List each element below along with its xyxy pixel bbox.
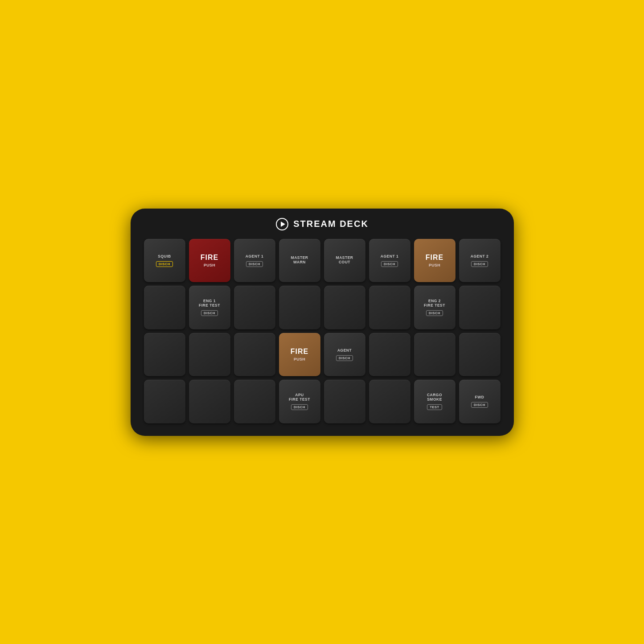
btn-badge-r1c6: DISCH: [426, 310, 443, 316]
btn-top-r0c5: AGENT 1: [381, 254, 398, 258]
button-r1c6[interactable]: ENG 2FIRE TESTDISCH: [414, 286, 455, 329]
button-r2c2: [234, 333, 275, 377]
button-r0c1[interactable]: FIRE PUSH: [189, 239, 230, 283]
btn-badge-r2c4: DISCH: [336, 355, 353, 361]
svg-marker-1: [281, 222, 285, 227]
btn-top-r3c7: FWD: [475, 395, 484, 399]
button-r3c0: [144, 380, 185, 423]
button-r3c2: [234, 380, 275, 423]
btn-top-r0c6: FIRE: [426, 253, 443, 262]
btn-sub-r0c1: PUSH: [204, 263, 215, 267]
button-r1c3: [279, 286, 320, 329]
btn-sub-r0c6: PUSH: [429, 263, 440, 267]
button-r2c3[interactable]: FIRE PUSH: [279, 333, 320, 377]
btn-top-r0c2: AGENT 1: [246, 254, 263, 258]
btn-top-r3c3: APUFIRE TEST: [289, 393, 310, 402]
btn-badge-r3c3: DISCH: [291, 404, 308, 410]
button-r1c5: [369, 286, 410, 329]
button-r2c7: [459, 333, 500, 377]
button-r1c0: [144, 286, 185, 329]
btn-badge-r0c5: DISCH: [381, 261, 398, 267]
button-r2c0: [144, 333, 185, 377]
button-r3c1: [189, 380, 230, 423]
button-r0c6[interactable]: FIRE PUSH: [414, 239, 455, 283]
btn-top-r0c4: MASTERCOUT: [336, 255, 353, 264]
button-r1c2: [234, 286, 275, 329]
btn-top-r0c7: AGENT 2: [471, 254, 488, 258]
btn-badge-r0c0: DISCH: [156, 261, 173, 267]
btn-top-r0c0: SQUIB: [158, 254, 171, 258]
button-r2c1: [189, 333, 230, 377]
button-r1c1[interactable]: ENG 1FIRE TESTDISCH: [189, 286, 230, 329]
btn-badge-r1c1: DISCH: [201, 310, 218, 316]
stream-deck-panel: STREAM DECK SQUIBDISCH FIRE PUSH AGENT 1…: [131, 209, 514, 436]
button-r1c4: [324, 286, 365, 329]
deck-title: STREAM DECK: [293, 219, 369, 229]
btn-sub-r2c3: PUSH: [294, 357, 305, 361]
btn-badge-r0c2: DISCH: [246, 261, 263, 267]
btn-top-r0c3: MASTERWARN: [291, 255, 308, 264]
btn-top-r2c3: FIRE: [291, 347, 308, 356]
btn-badge-r3c6: TEST: [427, 404, 442, 410]
btn-top-r0c1: FIRE: [201, 253, 218, 262]
button-r3c3[interactable]: APUFIRE TESTDISCH: [279, 380, 320, 423]
button-r3c4: [324, 380, 365, 423]
btn-badge-r0c7: DISCH: [471, 261, 488, 267]
button-r2c6: [414, 333, 455, 377]
button-r2c4[interactable]: AGENTDISCH: [324, 333, 365, 377]
button-r0c2[interactable]: AGENT 1DISCH: [234, 239, 275, 283]
button-r0c0[interactable]: SQUIBDISCH: [144, 239, 185, 283]
button-grid: SQUIBDISCH FIRE PUSH AGENT 1DISCHMASTERW…: [144, 239, 500, 423]
button-r0c7[interactable]: AGENT 2DISCH: [459, 239, 500, 283]
deck-header: STREAM DECK: [275, 217, 369, 231]
btn-top-r1c6: ENG 2FIRE TEST: [424, 299, 445, 308]
button-r1c7: [459, 286, 500, 329]
button-r3c5: [369, 380, 410, 423]
button-r3c7[interactable]: FWDDISCH: [459, 380, 500, 423]
button-r0c4[interactable]: MASTERCOUT: [324, 239, 365, 283]
btn-top-r1c1: ENG 1FIRE TEST: [199, 299, 220, 308]
btn-badge-r3c7: DISCH: [471, 402, 488, 408]
btn-top-r2c4: AGENT: [337, 348, 352, 353]
btn-top-r3c6: CARGOSMOKE: [427, 393, 442, 402]
stream-deck-logo: [275, 217, 289, 231]
button-r0c3[interactable]: MASTERWARN: [279, 239, 320, 283]
button-r2c5: [369, 333, 410, 377]
button-r0c5[interactable]: AGENT 1DISCH: [369, 239, 410, 283]
button-r3c6[interactable]: CARGOSMOKETEST: [414, 380, 455, 423]
